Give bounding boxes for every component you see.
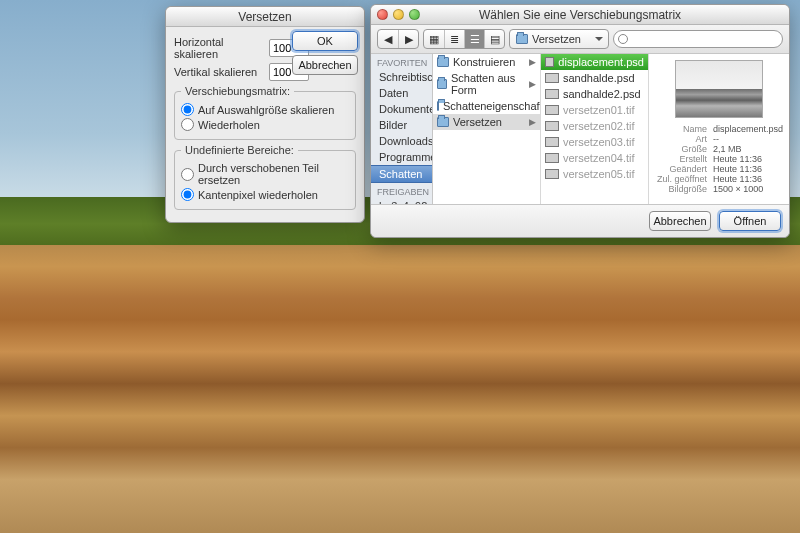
list-item-disabled: versetzen02.tif [541,118,648,134]
matrix-legend: Verschiebungsmatrix: [181,85,294,97]
displace-title: Versetzen [238,10,291,24]
folder-icon [437,79,447,89]
view-columns-icon[interactable]: ☰ [464,30,484,48]
open-toolbar: ◀ ▶ ▦ ≣ ☰ ▤ Versetzen [371,25,789,54]
radio-wrap[interactable]: Durch verschobenen Teil ersetzen [181,162,349,186]
radio-repeat-input[interactable] [181,118,194,131]
open-titlebar[interactable]: Wählen Sie eine Verschiebungsmatrix [371,5,789,25]
open-confirm-button[interactable]: Öffnen [719,211,781,231]
list-item-selected[interactable]: Versetzen▶ [433,114,540,130]
view-coverflow-icon[interactable]: ▤ [484,30,504,48]
folder-icon [437,101,439,111]
list-item[interactable]: Schatteneigenschaften▶ [433,98,540,114]
sidebar-item[interactable]: Downloads [371,133,432,149]
preview-metadata: Namedisplacement.psd Art-- Größe2,1 MB E… [655,124,783,194]
list-item[interactable]: sandhalde2.psd [541,86,648,102]
open-cancel-button[interactable]: Abbrechen [649,211,711,231]
path-dropdown[interactable]: Versetzen [509,29,609,49]
radio-scale-to-fit[interactable]: Auf Auswahlgröße skalieren [181,103,349,116]
view-list-icon[interactable]: ≣ [444,30,464,48]
sidebar-head-shares: FREIGABEN [371,183,432,198]
chevron-right-icon: ▶ [529,79,536,89]
matrix-group: Verschiebungsmatrix: Auf Auswahlgröße sk… [174,85,356,140]
radio-edge[interactable]: Kantenpixel wiederholen [181,188,349,201]
radio-scale-to-fit-input[interactable] [181,103,194,116]
file-icon [545,153,559,163]
zoom-icon[interactable] [409,9,420,20]
minimize-icon[interactable] [393,9,404,20]
preview-pane: Namedisplacement.psd Art-- Größe2,1 MB E… [649,54,789,204]
view-mode-segment[interactable]: ▦ ≣ ☰ ▤ [423,29,505,49]
list-item-disabled: versetzen01.tif [541,102,648,118]
displace-titlebar[interactable]: Versetzen [166,7,364,27]
chevron-right-icon: ▶ [529,57,536,67]
column-2: displacement.psd sandhalde.psd sandhalde… [541,54,649,204]
sidebar-item[interactable]: hp3c4a92… [371,198,432,204]
view-icon-grid[interactable]: ▦ [424,30,444,48]
radio-edge-input[interactable] [181,188,194,201]
preview-thumbnail [675,60,763,118]
search-input[interactable] [613,30,783,48]
radio-wrap-input[interactable] [181,168,194,181]
list-item[interactable]: Schatten aus Form▶ [433,70,540,98]
chevron-right-icon: ▶ [529,117,536,127]
psd-icon [545,89,559,99]
list-item[interactable]: sandhalde.psd [541,70,648,86]
psd-icon [545,57,554,67]
sidebar: FAVORITEN Schreibtisch Daten Dokumente B… [371,54,433,204]
open-dialog: Wählen Sie eine Verschiebungsmatrix ◀ ▶ … [370,4,790,238]
list-item-disabled: versetzen03.tif [541,134,648,150]
radio-repeat[interactable]: Wiederholen [181,118,349,131]
psd-icon [545,73,559,83]
file-icon [545,169,559,179]
forward-icon[interactable]: ▶ [398,30,418,48]
file-icon [545,121,559,131]
sidebar-item[interactable]: Programme [371,149,432,165]
list-item-disabled: versetzen04.tif [541,150,648,166]
hscale-label: Horizontal skalieren [174,36,269,60]
folder-icon [516,34,528,44]
file-icon [545,105,559,115]
sidebar-item-selected[interactable]: Schatten [371,165,432,183]
folder-icon [437,117,449,127]
undefined-legend: Undefinierte Bereiche: [181,144,298,156]
list-item[interactable]: Konstruieren▶ [433,54,540,70]
file-icon [545,137,559,147]
vscale-label: Vertikal skalieren [174,66,269,78]
close-icon[interactable] [377,9,388,20]
sidebar-item[interactable]: Bilder [371,117,432,133]
folder-icon [437,57,449,67]
undefined-group: Undefinierte Bereiche: Durch verschobene… [174,144,356,210]
sidebar-item[interactable]: Schreibtisch [371,69,432,85]
nav-back-forward[interactable]: ◀ ▶ [377,29,419,49]
sidebar-head-favorites: FAVORITEN [371,54,432,69]
column-1: Konstruieren▶ Schatten aus Form▶ Schatte… [433,54,541,204]
list-item-highlight[interactable]: displacement.psd [541,54,648,70]
list-item-disabled: versetzen05.tif [541,166,648,182]
open-title: Wählen Sie eine Verschiebungsmatrix [479,8,681,22]
displace-dialog: Versetzen OK Abbrechen Horizontal skalie… [165,6,365,223]
column-browser: FAVORITEN Schreibtisch Daten Dokumente B… [371,54,789,204]
open-footer: Abbrechen Öffnen [371,204,789,237]
ok-button[interactable]: OK [292,31,358,51]
cancel-button[interactable]: Abbrechen [292,55,358,75]
back-icon[interactable]: ◀ [378,30,398,48]
path-folder-label: Versetzen [532,33,581,45]
sidebar-item[interactable]: Daten [371,85,432,101]
sidebar-item[interactable]: Dokumente [371,101,432,117]
